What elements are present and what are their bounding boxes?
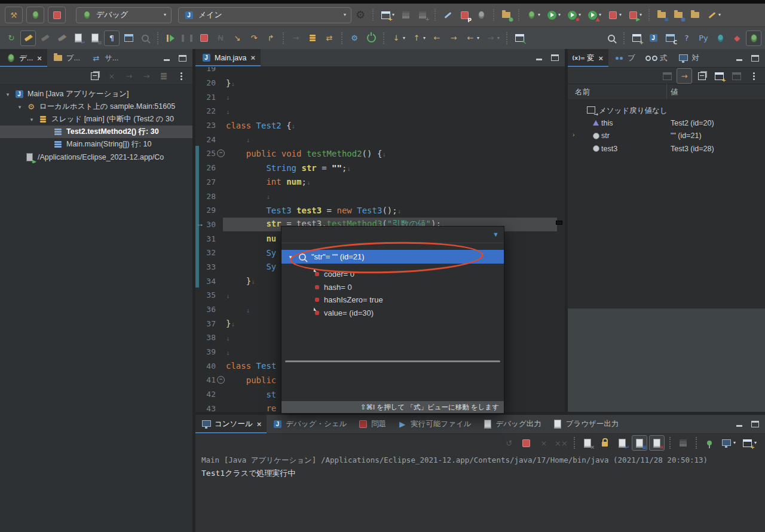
show-stderr-button[interactable]: ×	[649, 435, 665, 451]
debug-view-tab[interactable]: プ...	[47, 49, 85, 67]
annotate-button[interactable]	[440, 7, 455, 23]
debug-view-tab[interactable]: デ...×	[0, 49, 47, 67]
close-icon[interactable]: ×	[37, 54, 42, 63]
editor-tab[interactable]: JMain.java×	[195, 49, 261, 66]
fetch-down-button[interactable]: ↓▾	[388, 30, 408, 46]
open-console-button[interactable]: +▾	[740, 435, 759, 451]
word-wrap-button[interactable]: ↵	[614, 435, 630, 451]
run-button[interactable]: ▾	[544, 7, 563, 23]
line-number[interactable]: 22	[195, 106, 216, 115]
search-button[interactable]	[604, 30, 619, 46]
gems-perspective-button[interactable]: ◆	[729, 30, 745, 46]
debug-tree-row[interactable]: ▾JMain [Java アプリケーション]	[0, 88, 192, 100]
debug-view-tab[interactable]: ⇄サ...	[85, 49, 124, 67]
profile-button[interactable]: ▲▾	[585, 7, 604, 23]
line-number[interactable]: 41	[195, 375, 216, 384]
variable-row[interactable]: →メソッド戻り値なし	[568, 104, 765, 117]
power-button[interactable]	[363, 30, 379, 46]
line-number[interactable]: 43	[195, 404, 216, 412]
chevron-right-icon[interactable]: ›	[573, 132, 574, 138]
debug-tree-row[interactable]: Main.main(String[]) 行: 10	[0, 138, 192, 151]
debug-tree-row[interactable]: ▶/Applications/Eclipse_2021-12.app/Co	[0, 151, 192, 163]
line-number[interactable]: 36	[195, 305, 216, 314]
console-tab[interactable]: ブラウザー出力	[547, 415, 625, 433]
line-number[interactable]: 37	[195, 319, 216, 328]
collapse-all-button[interactable]	[87, 68, 102, 84]
fold-marker-icon[interactable]: −	[216, 149, 226, 157]
build-hammer-button[interactable]: ⚒	[5, 7, 23, 23]
show-stdout-button[interactable]: ≡	[632, 435, 647, 451]
fold-marker-icon[interactable]: −	[216, 376, 226, 384]
close-icon[interactable]: ×	[257, 420, 262, 429]
debug-button[interactable]: ▾	[524, 7, 543, 23]
c-perspective-button[interactable]: C	[662, 30, 678, 46]
variables-view-tab[interactable]: ブ	[608, 49, 641, 67]
open-type-button[interactable]: ●	[671, 7, 686, 23]
line-number[interactable]: 39	[195, 347, 216, 356]
minimize-icon[interactable]	[161, 53, 172, 63]
maximize-icon[interactable]	[749, 420, 760, 429]
code-line[interactable]: 20}↓	[195, 76, 565, 90]
maximize-icon[interactable]	[549, 53, 560, 63]
step-over-button[interactable]: ↷	[246, 30, 262, 46]
variable-row[interactable]: ›str"" (id=21)	[568, 130, 765, 143]
line-number[interactable]: 24	[195, 135, 216, 144]
terminate-button[interactable]	[519, 435, 534, 451]
console-tab[interactable]: ▶実行可能ファイル	[391, 415, 476, 433]
minimize-icon[interactable]	[734, 420, 745, 429]
line-number[interactable]: 21	[195, 93, 216, 102]
line-number[interactable]: 23	[195, 121, 216, 130]
gear-button[interactable]: ⚙	[347, 30, 362, 46]
back-button[interactable]: ←	[429, 30, 445, 46]
console-tab[interactable]: コンソール×	[195, 415, 267, 433]
inspect-selected-row[interactable]: ▾ "str"= "" (id=21)	[281, 250, 504, 264]
chevron-down-icon[interactable]: ▾	[5, 91, 11, 97]
help-perspective-button[interactable]: ?	[679, 30, 694, 46]
variables-detail-pane[interactable]	[568, 308, 765, 411]
skip-all-breakpoints-button[interactable]: p	[457, 7, 472, 23]
debug-perspective-button[interactable]	[746, 30, 761, 46]
debug-config-dropdown[interactable]: デバッグ ▾	[76, 7, 172, 23]
whitespace-button[interactable]: ¶	[104, 30, 120, 46]
inspect-child-row[interactable]: coder= 0	[281, 268, 504, 280]
fetch-up-button[interactable]: ↑▾	[409, 30, 428, 46]
stop-button[interactable]: ▾	[605, 7, 624, 23]
debug-config-folder-button[interactable]: ●	[498, 7, 514, 23]
variables-view-tab[interactable]: 対	[672, 49, 705, 67]
stop-red-button[interactable]	[48, 7, 66, 23]
maximize-icon[interactable]	[177, 53, 188, 63]
view-menu-button[interactable]	[746, 68, 761, 84]
code-line[interactable]: 26 String str = "";↓	[195, 161, 565, 175]
line-number[interactable]: 40	[195, 362, 216, 371]
collapse-all-button[interactable]	[694, 68, 709, 84]
registers-button[interactable]: ≡	[87, 30, 103, 46]
launch-gear-icon[interactable]: ⚙	[353, 10, 368, 20]
quick-wand-button[interactable]: ▾	[704, 7, 723, 23]
open-file-button[interactable]: ↵	[71, 30, 86, 46]
code-line[interactable]: 24 ↓	[195, 132, 565, 146]
line-number[interactable]: 35	[195, 291, 216, 299]
inspect-child-row[interactable]: value= (id=30)	[281, 307, 504, 319]
pin-console-button[interactable]	[702, 435, 717, 451]
display-console-button[interactable]: ▾	[719, 435, 738, 451]
variable-row[interactable]: test3Test3 (id=28)	[568, 143, 765, 156]
last-edit-button[interactable]: ↖	[512, 30, 527, 46]
forward-button[interactable]: →	[446, 30, 461, 46]
java-perspective-button[interactable]: J	[645, 30, 661, 46]
instruction-pointer-button[interactable]: ⇄	[322, 30, 337, 46]
step-into-button[interactable]: ↘	[230, 30, 245, 46]
code-line[interactable]: 19	[195, 66, 565, 76]
debug-tree-row[interactable]: Test2.testMethod2() 行: 30	[0, 126, 192, 138]
chevron-down-icon[interactable]: ▼	[492, 231, 499, 238]
new-view-button[interactable]: +	[711, 68, 727, 84]
clear-console-button[interactable]: ×	[580, 435, 595, 451]
python-perspective-button[interactable]: Py	[696, 30, 711, 46]
resume-button[interactable]	[163, 30, 178, 46]
new-wizard-button[interactable]: +▾	[378, 7, 397, 23]
right-sash[interactable]	[565, 49, 568, 412]
line-number[interactable]: 38	[195, 333, 216, 342]
terminate-button[interactable]	[196, 30, 212, 46]
popup-sash[interactable]	[285, 360, 500, 362]
close-icon[interactable]: ×	[251, 53, 256, 62]
code-line[interactable]: 28 ↓	[195, 189, 565, 203]
